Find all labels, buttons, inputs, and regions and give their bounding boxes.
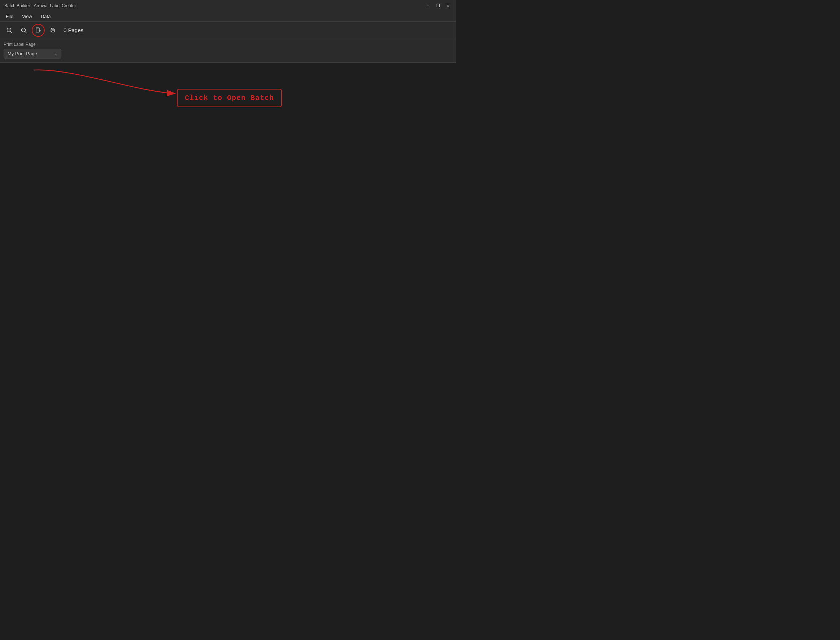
close-button[interactable]: ✕ xyxy=(444,2,451,10)
label-section: Print Label Page My Print Page ⌄ xyxy=(0,39,456,62)
minimize-button[interactable]: − xyxy=(424,2,431,10)
page-count: 0 Pages xyxy=(64,27,83,33)
open-batch-icon xyxy=(35,27,42,34)
chevron-down-icon: ⌄ xyxy=(54,51,58,56)
svg-rect-7 xyxy=(36,28,39,32)
title-bar-title: Batch Builder - Arrowat Label Creator xyxy=(4,3,76,8)
svg-line-1 xyxy=(11,31,12,33)
svg-rect-10 xyxy=(52,31,54,32)
zoom-out-icon xyxy=(21,27,27,34)
print-page-dropdown[interactable]: My Print Page ⌄ xyxy=(3,49,61,59)
menu-view[interactable]: View xyxy=(18,12,37,21)
window-controls: − ❐ ✕ xyxy=(424,2,451,10)
toolbar: 0 Pages xyxy=(0,22,456,39)
open-batch-button[interactable] xyxy=(32,24,45,37)
menu-bar: File View Data xyxy=(0,11,456,22)
print-button[interactable] xyxy=(46,24,59,37)
annotation-arrow xyxy=(0,63,217,120)
print-icon xyxy=(50,27,56,34)
menu-file[interactable]: File xyxy=(2,12,18,21)
restore-button[interactable]: ❐ xyxy=(434,2,442,10)
print-label-page-title: Print Label Page xyxy=(3,42,452,47)
main-content: Click to Open Batch xyxy=(0,63,456,347)
title-bar: Batch Builder - Arrowat Label Creator − … xyxy=(0,0,456,11)
zoom-out-button[interactable] xyxy=(17,24,30,37)
menu-data[interactable]: Data xyxy=(37,12,55,21)
callout-box: Click to Open Batch xyxy=(177,89,282,107)
svg-line-5 xyxy=(25,31,27,33)
zoom-in-button[interactable] xyxy=(3,24,16,37)
callout-text: Click to Open Batch xyxy=(185,94,274,102)
app-title: Batch Builder - Arrowat Label Creator xyxy=(4,3,76,8)
dropdown-value: My Print Page xyxy=(8,51,37,56)
zoom-in-icon xyxy=(6,27,13,34)
svg-point-11 xyxy=(53,30,54,30)
